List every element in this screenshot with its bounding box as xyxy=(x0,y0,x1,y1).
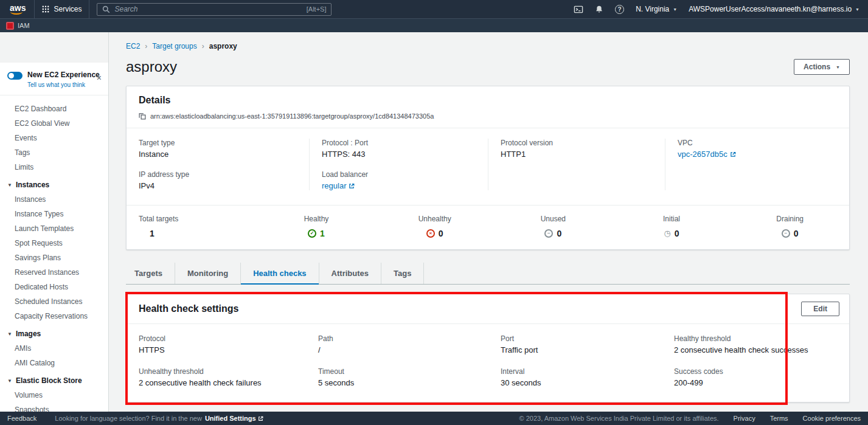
field-value: 2 consecutive health check successes xyxy=(674,345,837,354)
target-group-arn: arn:aws:elasticloadbalancing:us-east-1:3… xyxy=(150,112,434,120)
count-label: Unused xyxy=(494,215,613,223)
aws-logo[interactable]: aws xyxy=(6,3,34,15)
vpc-link[interactable]: vpc-2657db5c xyxy=(678,150,727,159)
unhealthy-status-icon: × xyxy=(426,229,435,238)
field-label: VPC xyxy=(678,139,837,147)
sidebar-section-instances[interactable]: ▼ Instances xyxy=(0,174,108,192)
field-value: Traffic port xyxy=(501,345,650,354)
total-targets-value: 1 xyxy=(150,229,155,238)
sidebar-section-images[interactable]: ▼ Images xyxy=(0,323,108,341)
sidebar-item-savings-plans[interactable]: Savings Plans xyxy=(0,251,108,265)
search-input[interactable] xyxy=(114,5,302,13)
field-value: HTTPS xyxy=(139,345,294,354)
copy-icon[interactable] xyxy=(139,112,146,120)
field-label: Unhealthy threshold xyxy=(139,367,294,376)
sidebar-item-snapshots[interactable]: Snapshots xyxy=(0,403,108,412)
region-selector[interactable]: N. Virginia ▼ xyxy=(636,5,677,13)
breadcrumb-target-groups[interactable]: Target groups xyxy=(152,42,196,50)
field-value: 30 seconds xyxy=(501,378,650,387)
sidebar-item-tags[interactable]: Tags xyxy=(0,145,108,160)
count-label: Initial xyxy=(613,215,731,223)
sidebar-item-capacity-reservations[interactable]: Capacity Reservations xyxy=(0,309,108,323)
banner-title: New EC2 Experience xyxy=(27,71,100,79)
help-icon[interactable]: ? xyxy=(615,5,624,14)
edit-button[interactable]: Edit xyxy=(801,302,839,316)
sidebar-item-dedicated-hosts[interactable]: Dedicated Hosts xyxy=(0,280,108,294)
cookie-preferences-link[interactable]: Cookie preferences xyxy=(803,415,861,422)
tab-targets[interactable]: Targets xyxy=(126,263,175,284)
field-label: Protocol version xyxy=(501,139,653,147)
feedback-link[interactable]: Feedback xyxy=(7,415,36,422)
initial-status-icon: ◷ xyxy=(664,229,670,238)
sidebar-item-ami-catalog[interactable]: AMI Catalog xyxy=(0,356,108,370)
count-label: Draining xyxy=(731,215,849,223)
external-link-icon[interactable] xyxy=(730,151,736,157)
services-menu[interactable]: Services xyxy=(34,0,89,18)
field-label: Path xyxy=(318,334,476,343)
notifications-bell-icon[interactable] xyxy=(595,5,603,14)
copyright-text: © 2023, Amazon Web Services India Privat… xyxy=(519,415,719,422)
tab-monitoring[interactable]: Monitoring xyxy=(175,263,241,284)
favorite-iam[interactable]: IAM xyxy=(6,22,30,30)
cloudshell-icon[interactable] xyxy=(574,5,583,14)
sidebar-item-launch-templates[interactable]: Launch Templates xyxy=(0,221,108,236)
footer: Feedback Looking for language selection?… xyxy=(0,412,868,425)
external-link-icon xyxy=(258,416,263,421)
sidebar-item-ec2-global-view[interactable]: EC2 Global View xyxy=(0,116,108,131)
caret-down-icon: ▼ xyxy=(7,378,12,384)
sidebar-item-reserved-instances[interactable]: Reserved Instances xyxy=(0,265,108,280)
privacy-link[interactable]: Privacy xyxy=(734,415,755,422)
sidebar-item-instances[interactable]: Instances xyxy=(0,192,108,207)
sidebar-item-spot-requests[interactable]: Spot Requests xyxy=(0,236,108,251)
target-health-counts: Total targets 1 Healthy ✓1 Unhealthy ×0 … xyxy=(127,205,849,249)
sidebar-section-elastic-block-store[interactable]: ▼ Elastic Block Store xyxy=(0,370,108,388)
healthy-value: 1 xyxy=(320,229,325,238)
field-value: Instance xyxy=(139,150,297,159)
search-icon xyxy=(102,5,110,13)
region-label: N. Virginia xyxy=(636,5,669,13)
new-ec2-experience-banner: New EC2 Experience Tell us what you thin… xyxy=(0,63,108,95)
search-bar[interactable]: [Alt+S] xyxy=(97,3,332,16)
breadcrumb-separator: › xyxy=(202,42,204,50)
breadcrumb-ec2[interactable]: EC2 xyxy=(126,42,140,50)
favorites-bar: IAM xyxy=(0,18,868,32)
unhealthy-value: 0 xyxy=(439,229,443,238)
terms-link[interactable]: Terms xyxy=(770,415,788,422)
actions-button[interactable]: Actions ▼ xyxy=(794,59,850,75)
field-label: Load balancer xyxy=(322,170,476,179)
top-navigation-bar: aws Services [Alt+S] ? N. Virginia ▼ xyxy=(0,0,868,18)
unused-value: 0 xyxy=(557,229,561,238)
sidebar-item-volumes[interactable]: Volumes xyxy=(0,388,108,403)
account-menu[interactable]: AWSPowerUserAccess/navaneeth.kn@harness.… xyxy=(689,5,859,13)
details-title: Details xyxy=(139,95,837,106)
field-value: 5 seconds xyxy=(318,378,476,387)
health-check-settings-card: Health check settings Edit Protocol HTTP… xyxy=(126,294,850,403)
field-label: IP address type xyxy=(139,170,297,179)
tab-tags[interactable]: Tags xyxy=(381,263,424,284)
language-text: Looking for language selection? Find it … xyxy=(55,415,202,422)
aws-logo-text: aws xyxy=(10,3,26,13)
banner-subtitle-link[interactable]: Tell us what you think xyxy=(27,81,100,88)
field-value: 200-499 xyxy=(674,378,837,387)
sidebar-gap xyxy=(0,32,108,63)
field-value: HTTP1 xyxy=(501,150,653,159)
field-label: Healthy threshold xyxy=(674,334,837,343)
load-balancer-link[interactable]: regular xyxy=(322,181,346,190)
field-value: 2 consecutive health check failures xyxy=(139,378,294,387)
sidebar-item-events[interactable]: Events xyxy=(0,131,108,145)
health-check-settings-title: Health check settings xyxy=(139,303,239,314)
field-label: Protocol xyxy=(139,334,294,343)
tab-attributes[interactable]: Attributes xyxy=(319,263,381,284)
sidebar-item-limits[interactable]: Limits xyxy=(0,160,108,174)
tab-health-checks[interactable]: Health checks xyxy=(241,263,319,284)
external-link-icon[interactable] xyxy=(349,183,355,189)
field-value: IPv4 xyxy=(139,181,297,190)
unified-settings-link[interactable]: Unified Settings xyxy=(205,415,263,422)
sidebar-item-ec2-dashboard[interactable]: EC2 Dashboard xyxy=(0,102,108,116)
new-experience-toggle[interactable] xyxy=(7,72,23,80)
sidebar-item-amis[interactable]: AMIs xyxy=(0,341,108,356)
sidebar-item-scheduled-instances[interactable]: Scheduled Instances xyxy=(0,294,108,309)
sidebar-item-instance-types[interactable]: Instance Types xyxy=(0,207,108,221)
close-icon[interactable]: × xyxy=(97,74,102,82)
page-title: asproxy xyxy=(126,58,177,75)
